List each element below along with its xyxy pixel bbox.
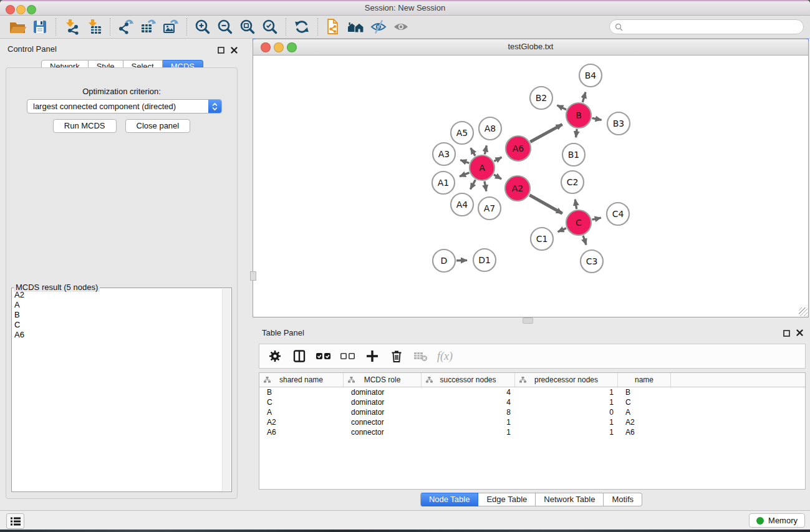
table-row-A6[interactable]: A6connector11A6 — [259, 427, 805, 437]
delete-column-button[interactable] — [388, 348, 405, 364]
zoom-out-icon — [217, 19, 233, 35]
column-header-predecessor-nodes[interactable]: predecessor nodes — [515, 373, 618, 387]
network-canvas[interactable]: B4B2BB3A8A5A6A3B1AA1C2A2A4A7C4CC1C3DD1 — [253, 56, 808, 317]
tab-network-table[interactable]: Network Table — [536, 493, 604, 506]
zoom-selected-button[interactable] — [259, 17, 281, 36]
minimize-view-button[interactable] — [274, 42, 284, 52]
edge-C-C3[interactable] — [583, 236, 586, 245]
close-table-panel-icon[interactable] — [796, 327, 803, 339]
function-builder-button[interactable]: f(x) — [437, 348, 453, 364]
run-mcds-button[interactable]: Run MCDS — [53, 119, 117, 133]
edge-C-C2[interactable] — [575, 200, 576, 210]
edge-A6-B[interactable] — [530, 124, 562, 142]
edge-C-C4[interactable] — [592, 218, 601, 220]
open-session-button[interactable] — [6, 17, 29, 36]
cell: 1 — [422, 428, 515, 437]
edge-B-B2[interactable] — [557, 105, 566, 110]
table-settings-button[interactable] — [267, 348, 283, 364]
result-scrollbar[interactable] — [222, 289, 231, 491]
refresh-button[interactable] — [291, 17, 313, 36]
zoom-fit-button[interactable] — [236, 17, 259, 36]
cell: C — [259, 398, 344, 407]
unselect-all-columns-button[interactable] — [340, 348, 356, 364]
mcds-result-item[interactable]: A2 — [14, 290, 222, 300]
import-network-button[interactable] — [60, 17, 83, 36]
task-history-button[interactable] — [6, 513, 24, 529]
float-table-panel-icon[interactable] — [783, 328, 790, 339]
window-resize-grip[interactable] — [799, 307, 808, 316]
zoom-view-button[interactable] — [287, 42, 297, 52]
table-row-B[interactable]: Bdominator41B — [259, 387, 805, 397]
canvas-splitter-handle[interactable] — [250, 271, 256, 281]
edge-A-A4[interactable] — [470, 180, 475, 189]
table-row-A[interactable]: Adominator80A — [259, 407, 805, 417]
search-field[interactable] — [609, 19, 804, 34]
toolbar-separator — [186, 18, 187, 36]
float-panel-icon[interactable] — [218, 45, 224, 56]
criterion-dropdown[interactable]: largest connected component (directed) — [27, 99, 222, 114]
open-folder-icon — [9, 19, 26, 35]
split-columns-icon — [292, 349, 307, 364]
close-view-button[interactable] — [261, 42, 271, 52]
new-network-from-selection-button[interactable] — [322, 17, 345, 36]
close-panel-button[interactable]: Close panel — [125, 119, 191, 133]
close-panel-icon[interactable] — [231, 45, 238, 56]
cell: connector — [344, 418, 422, 427]
search-input[interactable] — [626, 22, 798, 32]
edge-A2-C[interactable] — [529, 195, 562, 214]
edge-A-A1[interactable] — [460, 173, 469, 177]
close-window-button[interactable] — [6, 5, 15, 14]
tab-node-table[interactable]: Node Table — [420, 493, 479, 506]
export-table-button[interactable] — [137, 17, 160, 36]
tab-edge-table[interactable]: Edge Table — [478, 493, 536, 506]
edge-A-A5[interactable] — [471, 148, 475, 156]
mcds-result-item[interactable]: C — [14, 320, 222, 330]
add-column-button[interactable] — [364, 348, 380, 364]
column-header-successor-nodes[interactable]: successor nodes — [422, 373, 515, 387]
mcds-result-item[interactable]: B — [14, 310, 222, 320]
edge-A-A8[interactable] — [485, 145, 486, 154]
node-label-A7: A7 — [484, 203, 495, 213]
zoom-in-button[interactable] — [191, 17, 214, 36]
cell: 1 — [515, 418, 618, 427]
select-all-columns-button[interactable] — [316, 348, 332, 364]
mcds-result-item[interactable]: A — [14, 300, 222, 310]
node-label-A2: A2 — [512, 183, 523, 193]
edge-A-A7[interactable] — [485, 181, 486, 191]
edge-B-B1[interactable] — [576, 129, 577, 137]
table-row-C[interactable]: Cdominator41C — [259, 397, 805, 407]
mcds-result-item[interactable]: A6 — [14, 330, 222, 340]
edge-B-B4[interactable] — [582, 92, 586, 102]
memory-button[interactable]: Memory — [749, 513, 805, 528]
cell: C — [618, 398, 671, 407]
table-toolbar: f(x) — [259, 344, 806, 369]
zoom-window-button[interactable] — [27, 5, 36, 14]
trash-icon — [389, 349, 404, 364]
minimize-window-button[interactable] — [16, 5, 26, 14]
table-panel-tabs: Node TableEdge TableNetwork TableMotifs — [253, 493, 810, 506]
edge-A-A3[interactable] — [460, 160, 469, 163]
split-columns-button[interactable] — [291, 348, 307, 364]
edge-C-C1[interactable] — [558, 228, 566, 232]
import-table-button[interactable] — [83, 17, 105, 36]
first-neighbors-button[interactable] — [345, 17, 367, 36]
column-header-shared-name[interactable]: shared name — [259, 373, 344, 387]
export-image-button[interactable] — [160, 17, 182, 36]
column-type-icon — [426, 377, 433, 383]
table-row-A2[interactable]: A2connector11A2 — [259, 417, 805, 427]
edge-A-A2[interactable] — [494, 175, 501, 179]
column-header-name[interactable]: name — [618, 373, 671, 387]
export-network-button[interactable] — [115, 17, 137, 36]
column-header-MCDS-role[interactable]: MCDS role — [344, 373, 422, 387]
show-all-button[interactable] — [390, 17, 412, 36]
hide-selected-button[interactable] — [367, 17, 390, 36]
network-window-titlebar[interactable]: testGlobe.txt — [253, 39, 808, 56]
edge-A-A6[interactable] — [494, 157, 501, 162]
save-session-button[interactable] — [29, 17, 51, 36]
toolbar-separator — [286, 18, 286, 36]
edge-B-B3[interactable] — [592, 118, 602, 120]
zoom-out-button[interactable] — [214, 17, 236, 36]
tab-motifs[interactable]: Motifs — [604, 493, 642, 506]
delete-table-button[interactable] — [413, 348, 429, 364]
cell: B — [259, 388, 344, 397]
